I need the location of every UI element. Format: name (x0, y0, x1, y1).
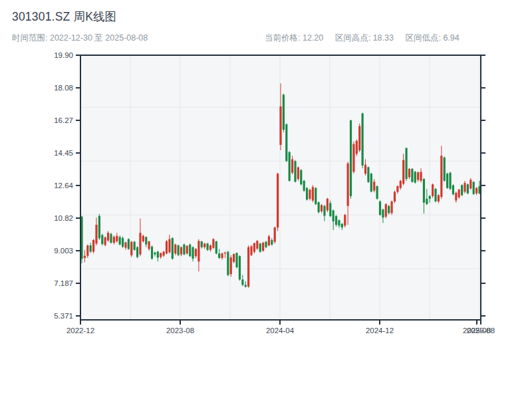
candle-body (444, 158, 446, 181)
page-title: 301301.SZ 周K线图 (12, 9, 116, 25)
candle-body (449, 173, 451, 189)
x-tick-label: 2023-08 (166, 327, 194, 334)
y-tick-label: 5.371 (54, 312, 73, 320)
y-tick-label: 14.45 (54, 149, 73, 157)
candle-body (352, 144, 354, 172)
candle-body (183, 245, 185, 255)
candle-body (201, 241, 203, 247)
candle-body (464, 183, 466, 192)
candle-body (221, 253, 223, 258)
price-stats: 当前价格12.20 区间高点18.33 区间低点6.94 (265, 33, 469, 44)
candle-body (285, 124, 287, 161)
candle-body (294, 161, 296, 182)
candle-body (364, 165, 366, 174)
candle-body (309, 190, 311, 198)
candle-body (265, 242, 267, 247)
candle-body (312, 187, 314, 200)
candle-body (434, 189, 436, 201)
candle-body (417, 172, 419, 180)
candle-body (432, 184, 434, 196)
candle-body (192, 247, 194, 259)
candle-body (241, 279, 243, 285)
candle-body (400, 181, 402, 188)
candle-body (172, 238, 174, 259)
candle-body (458, 190, 460, 198)
candle-body (315, 188, 317, 204)
candle-body (104, 237, 106, 245)
candle-body (379, 201, 381, 215)
candle-body (189, 245, 191, 257)
candle-body (119, 237, 121, 244)
candle-body (408, 169, 410, 178)
candle-body (128, 239, 130, 249)
candle-body (338, 220, 340, 225)
candle-body (160, 253, 162, 257)
candle-body (178, 245, 180, 255)
candle-body (306, 188, 308, 200)
candle-body (323, 206, 325, 216)
candle-body (438, 195, 440, 201)
candle-body (440, 156, 442, 197)
x-tick-label: 2024-12 (366, 327, 394, 334)
candle-body (388, 206, 390, 213)
candle-body (321, 205, 323, 211)
candle-body (116, 236, 118, 241)
candle-body (268, 237, 270, 245)
candle-body (279, 106, 281, 145)
candle-body (230, 257, 232, 274)
current-price-value: 12.20 (303, 33, 323, 43)
candle-body (145, 237, 147, 244)
candle-body (329, 203, 331, 216)
candle-body (206, 243, 208, 249)
candle-body (411, 169, 413, 182)
candle-body (239, 256, 241, 279)
candle-body (186, 246, 188, 254)
candle-body (461, 185, 463, 195)
candle-body (414, 172, 416, 182)
candle-body (318, 202, 320, 212)
candle-body (195, 249, 197, 256)
candle-body (469, 180, 471, 188)
candle-body (402, 160, 404, 184)
candle-body (113, 237, 115, 243)
current-price-stat: 当前价格12.20 (265, 33, 323, 43)
candle-body (180, 247, 182, 255)
candle-body (95, 225, 97, 243)
y-tick-label: 19.90 (54, 51, 73, 59)
candle-body (289, 152, 291, 181)
candle-body (426, 199, 428, 204)
candle-body (283, 94, 285, 130)
x-tick-label: 2025-08 (467, 327, 495, 334)
range-high-value: 18.33 (373, 33, 394, 43)
candle-body (297, 168, 299, 180)
candle-body (446, 174, 448, 188)
candle-body (136, 247, 138, 257)
candle-body (101, 235, 103, 243)
candle-body (291, 160, 293, 173)
candle-body (157, 251, 159, 257)
x-tick-label: 2024-04 (266, 327, 295, 334)
candle-body (134, 242, 136, 250)
candle-body (151, 247, 153, 259)
candle-body (271, 240, 273, 245)
candle-body (467, 184, 469, 193)
candle-body (84, 256, 86, 258)
candle-body (163, 251, 165, 255)
candle-body (452, 186, 454, 194)
candle-body (385, 204, 387, 217)
candle-body (107, 233, 109, 241)
candle-body (174, 245, 176, 253)
candle-body (350, 120, 352, 196)
candle-body (130, 242, 132, 255)
candle-body (405, 148, 407, 180)
candle-body (277, 174, 279, 227)
candle-body (473, 182, 475, 194)
x-tick-label: 2022-12 (66, 327, 94, 334)
candle-body (203, 243, 205, 247)
candle-body (423, 179, 425, 203)
candle-body (390, 201, 392, 213)
y-tick-label: 7.187 (54, 279, 73, 287)
candle-body (198, 241, 200, 261)
range-low-value: 6.94 (443, 33, 459, 43)
candle-body (429, 196, 431, 199)
